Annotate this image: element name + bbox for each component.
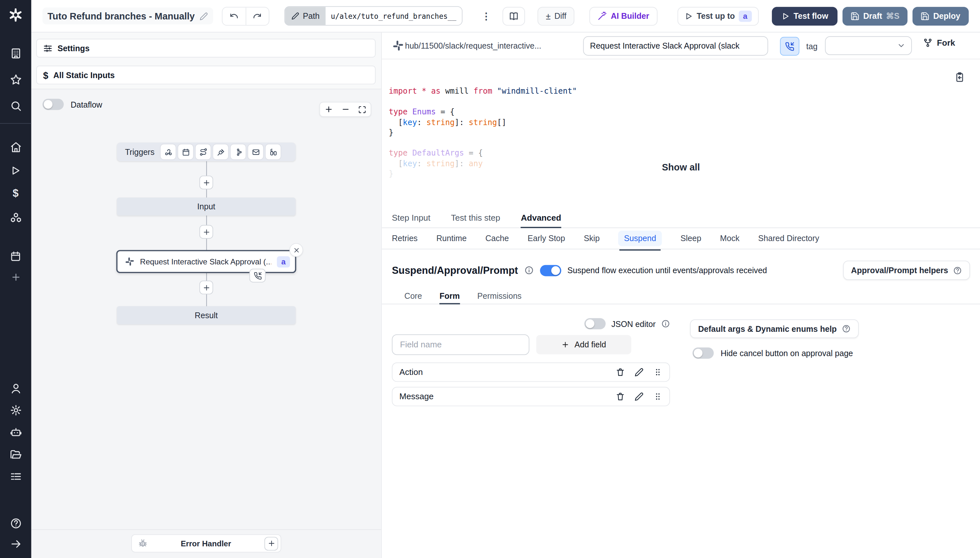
expand-sidebar-icon[interactable] (10, 538, 22, 550)
http-route-trigger-icon[interactable] (196, 144, 211, 159)
undo-button[interactable] (222, 7, 245, 25)
subtab-runtime[interactable]: Runtime (437, 234, 467, 243)
subtab-early-stop[interactable]: Early Stop (528, 234, 565, 243)
subtab-cache[interactable]: Cache (486, 234, 509, 243)
info-icon[interactable] (524, 266, 534, 275)
workers-robot-icon[interactable] (10, 425, 22, 438)
drag-handle-icon[interactable] (653, 368, 662, 377)
zoom-in-button[interactable] (320, 102, 337, 116)
add-step-button-top[interactable] (199, 176, 213, 189)
code-editor[interactable]: import * as wmill from "windmill-client"… (382, 59, 980, 207)
tab-form[interactable]: Form (440, 287, 460, 304)
scheduled-poll-trigger-icon[interactable] (266, 144, 281, 159)
edit-field-icon[interactable] (634, 368, 643, 377)
tab-core[interactable]: Core (404, 287, 422, 304)
ai-builder-button[interactable]: AI Builder (589, 7, 657, 25)
suspend-toggle[interactable] (540, 265, 561, 276)
subtab-retries[interactable]: Retries (392, 234, 417, 243)
show-all-button[interactable]: Show all (382, 162, 980, 172)
subtab-skip[interactable]: Skip (584, 234, 600, 243)
help-icon[interactable] (10, 517, 22, 530)
search-icon[interactable] (10, 100, 22, 112)
runs-play-icon[interactable] (10, 164, 22, 177)
form-field-row-message[interactable]: Message (392, 387, 670, 406)
add-step-button-middle[interactable] (199, 225, 213, 238)
diff-button[interactable]: ± Diff (538, 7, 575, 25)
favorites-star-icon[interactable] (10, 73, 22, 86)
result-node[interactable]: Result (117, 306, 296, 324)
delete-field-icon[interactable] (616, 368, 625, 377)
user-icon[interactable] (10, 382, 22, 394)
add-error-handler-button[interactable] (264, 537, 278, 550)
subtab-shared-directory[interactable]: Shared Directory (758, 234, 819, 243)
tab-test-this-step[interactable]: Test this step (451, 208, 501, 228)
subtab-suspend[interactable]: Suspend (618, 231, 662, 246)
error-handler-node[interactable]: Error Handler (131, 534, 281, 553)
fit-view-button[interactable] (354, 102, 371, 116)
zoom-out-button[interactable] (337, 102, 354, 116)
tab-step-input[interactable]: Step Input (392, 208, 430, 228)
field-name-input[interactable] (392, 335, 529, 355)
redo-button[interactable] (245, 7, 268, 25)
input-node[interactable]: Input (117, 197, 296, 215)
path-input[interactable] (326, 7, 462, 25)
play-icon (684, 11, 693, 20)
draft-button[interactable]: Draft ⌘S (842, 7, 908, 25)
sliders-icon (43, 43, 53, 53)
websocket-trigger-icon[interactable] (213, 144, 228, 159)
email-trigger-icon[interactable] (248, 144, 263, 159)
more-menu-button[interactable]: ⋮ (482, 10, 490, 22)
dataflow-toggle[interactable] (43, 99, 64, 110)
remove-step-button[interactable] (289, 243, 303, 257)
schedules-calendar-icon[interactable] (10, 250, 22, 263)
test-up-to-button[interactable]: Test up to a (677, 7, 758, 25)
approval-prompt-helpers-button[interactable]: Approval/Prompt helpers (843, 261, 970, 280)
hide-cancel-toggle[interactable] (693, 347, 714, 359)
copy-code-icon[interactable] (954, 72, 965, 83)
tab-permissions[interactable]: Permissions (478, 287, 522, 304)
suspend-phone-badge[interactable] (249, 269, 266, 282)
add-field-button[interactable]: Add field (536, 335, 631, 354)
flow-canvas[interactable]: Dataflow Triggers (31, 89, 381, 558)
triggers-node[interactable]: Triggers (117, 143, 296, 161)
subtab-sleep[interactable]: Sleep (681, 234, 701, 243)
variables-dollar-icon[interactable]: $ (10, 188, 22, 200)
info-icon[interactable] (661, 319, 670, 328)
delete-field-icon[interactable] (616, 392, 625, 401)
play-icon (781, 11, 790, 20)
tag-select[interactable] (825, 36, 912, 55)
subtab-mock[interactable]: Mock (720, 234, 740, 243)
deploy-button[interactable]: Deploy (913, 7, 969, 25)
flow-title-wrap[interactable]: Tuto Refund branches - Manually (43, 7, 213, 24)
event-stream-trigger-icon[interactable] (231, 144, 246, 159)
json-editor-toggle[interactable] (584, 318, 606, 330)
workspace-icon[interactable] (10, 47, 22, 60)
form-field-row-action[interactable]: Action (392, 363, 670, 382)
tab-advanced[interactable]: Advanced (521, 208, 561, 228)
hub-script-path[interactable]: hub/11500/slack/request_interactive... (405, 41, 541, 51)
webhook-trigger-icon[interactable] (161, 144, 176, 159)
folders-icon[interactable] (10, 448, 22, 461)
fork-button[interactable]: Fork (923, 38, 955, 48)
schedule-trigger-icon[interactable] (178, 144, 193, 159)
path-edit-button[interactable]: Path (285, 7, 326, 25)
all-static-inputs-row[interactable]: $ All Static Inputs (36, 66, 376, 84)
default-args-help-button[interactable]: Default args & Dynamic enums help (690, 319, 859, 338)
edit-field-icon[interactable] (634, 392, 643, 401)
edit-title-pencil-icon[interactable] (199, 11, 208, 20)
drag-handle-icon[interactable] (653, 392, 662, 401)
json-editor-row: JSON editor (392, 318, 670, 330)
windmill-logo-icon[interactable] (7, 7, 24, 23)
test-flow-button[interactable]: Test flow (772, 7, 837, 25)
flow-settings-row[interactable]: Settings (36, 39, 376, 58)
docs-book-button[interactable] (502, 7, 525, 25)
add-step-button-bottom[interactable] (199, 281, 213, 294)
resources-boxes-icon[interactable] (10, 211, 22, 224)
settings-gear-icon[interactable] (10, 404, 22, 417)
audit-list-icon[interactable] (10, 470, 22, 483)
create-plus-icon[interactable] (10, 271, 22, 283)
suspend-phone-button[interactable] (780, 37, 799, 56)
step-summary-input[interactable] (583, 36, 768, 56)
approval-step-node[interactable]: Request Interactive Slack Approval (... … (117, 250, 296, 273)
home-icon[interactable] (10, 141, 22, 153)
